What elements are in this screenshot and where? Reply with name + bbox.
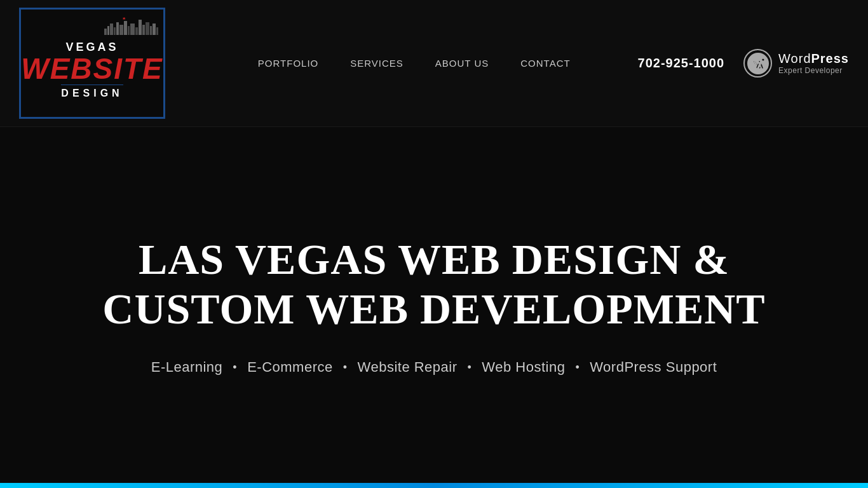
- hero-services: E-Learning • E-Commerce • Website Repair…: [151, 359, 717, 376]
- wordpress-icon: W: [743, 49, 772, 78]
- svg-rect-8: [130, 24, 135, 35]
- svg-marker-16: [123, 17, 126, 20]
- hero-section: LAS VEGAS WEB DESIGN & CUSTOM WEB DEVELO…: [0, 127, 868, 483]
- dot-4: •: [575, 361, 580, 374]
- wordpress-word: Word: [778, 51, 811, 65]
- svg-rect-12: [146, 22, 149, 35]
- skyline-icon: [104, 17, 158, 35]
- header: VEGAS WEBSITE DESIGN PORTFOLIO SERVICES …: [0, 0, 868, 127]
- svg-rect-4: [116, 22, 119, 35]
- wordpress-text-block: WordPress Expert Developer: [778, 51, 849, 75]
- dot-1: •: [233, 361, 237, 374]
- nav-services[interactable]: SERVICES: [350, 58, 403, 69]
- hero-title: LAS VEGAS WEB DESIGN & CUSTOM WEB DEVELO…: [102, 234, 765, 334]
- wordpress-badge: W WordPress Expert Developer: [743, 49, 849, 78]
- logo-design-text: DESIGN: [61, 85, 123, 99]
- phone-number: 702-925-1000: [638, 56, 725, 71]
- svg-rect-11: [142, 25, 145, 35]
- svg-rect-0: [104, 29, 107, 35]
- hero-title-line2: CUSTOM WEB DEVELOPMENT: [102, 285, 765, 333]
- wordpress-title: WordPress: [778, 51, 849, 66]
- service-website-repair: Website Repair: [358, 359, 458, 376]
- hero-title-line1: LAS VEGAS WEB DESIGN &: [139, 235, 729, 283]
- service-elearning: E-Learning: [151, 359, 223, 376]
- svg-rect-1: [107, 26, 109, 35]
- svg-rect-3: [114, 27, 116, 35]
- nav-about[interactable]: ABOUT US: [435, 58, 489, 69]
- svg-rect-6: [124, 21, 127, 35]
- wordpress-press: Press: [811, 51, 850, 65]
- svg-rect-15: [156, 27, 158, 35]
- service-wordpress-support: WordPress Support: [590, 359, 717, 376]
- svg-rect-13: [150, 26, 152, 35]
- nav-contact[interactable]: CONTACT: [520, 58, 570, 69]
- dot-3: •: [468, 361, 472, 374]
- dot-2: •: [343, 361, 348, 374]
- logo-box: VEGAS WEBSITE DESIGN: [19, 8, 165, 119]
- nav-portfolio[interactable]: PORTFOLIO: [258, 58, 318, 69]
- logo-area: VEGAS WEBSITE DESIGN: [19, 8, 165, 119]
- main-nav: PORTFOLIO SERVICES ABOUT US CONTACT: [165, 58, 638, 69]
- svg-rect-9: [135, 27, 138, 35]
- logo-website-text: WEBSITE: [21, 54, 163, 83]
- wordpress-subtitle: Expert Developer: [778, 66, 849, 75]
- svg-rect-7: [128, 26, 130, 35]
- bottom-accent-bar: [0, 483, 868, 488]
- svg-rect-5: [119, 25, 123, 35]
- service-web-hosting: Web Hosting: [482, 359, 565, 376]
- svg-rect-2: [110, 24, 113, 35]
- service-ecommerce: E-Commerce: [247, 359, 333, 376]
- svg-rect-10: [139, 20, 142, 35]
- svg-text:W: W: [753, 58, 763, 69]
- svg-rect-14: [153, 24, 156, 35]
